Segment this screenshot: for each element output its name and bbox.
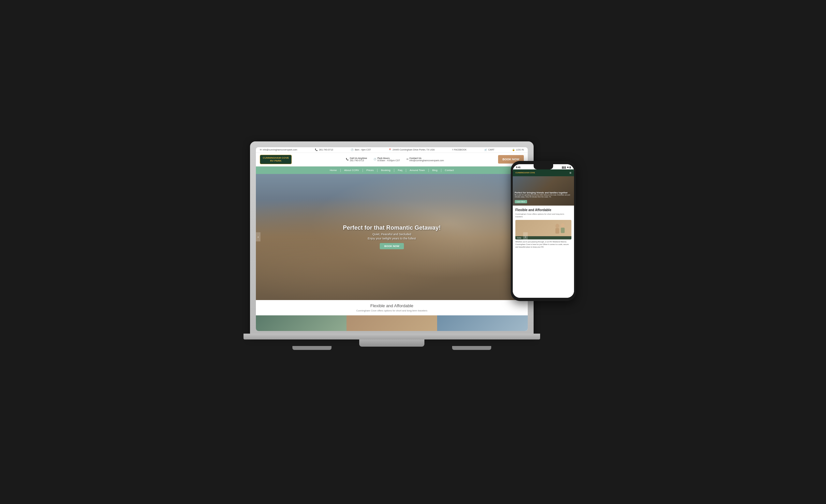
cart-link[interactable]: 🛒 CART: [484, 148, 494, 151]
svg-rect-1: [555, 229, 559, 234]
email-icon2: ✉: [407, 158, 408, 161]
contact-info: ✉ Contact Us info@cunninghamcovervpark.c…: [407, 157, 444, 162]
email-icon: ✉: [260, 148, 262, 151]
hero-subtitle1: Quiet, Peaceful and Secluded: [343, 233, 441, 236]
scene: ✉ info@cunninghamcovervpark.com 📞 281-74…: [250, 141, 576, 363]
nav-contact[interactable]: Contact: [442, 169, 457, 172]
phone-icon: 📞: [315, 148, 318, 151]
header-contact-info: 📞 Call Us Anytime 281-740-0713 🕐: [346, 157, 444, 162]
phone-text: 281-740-0713: [319, 148, 333, 151]
phone-icon2: 📞: [346, 158, 349, 161]
iphone-logo[interactable]: CUNNINGHAM COVE: [515, 172, 535, 174]
iphone-notch: [534, 164, 553, 170]
logo[interactable]: CUNNINGHAM COVE RV PARK: [260, 155, 292, 164]
flexible-section: Flexible and Affordable Cunningham Cove …: [256, 300, 528, 315]
cards-row: [256, 315, 528, 331]
hero-title: Perfect for that Romantic Getaway!: [343, 225, 441, 231]
macbook-body: ✉ info@cunninghamcovervpark.com 📞 281-74…: [250, 141, 534, 337]
contact-email: info@cunninghamcovervpark.com: [409, 159, 444, 162]
login-text: LOG IN: [516, 148, 524, 151]
hero-content: Perfect for that Romantic Getaway! Quiet…: [343, 225, 441, 249]
battery-icon: ▮: [570, 166, 571, 169]
site-header: CUNNINGHAM COVE RV PARK 📞 Call Us Anytim…: [256, 153, 528, 167]
wifi-icon: ≋: [567, 166, 569, 169]
nav-blog[interactable]: Blog: [429, 169, 441, 172]
iphone-screen: 9:41 ▌▌▌ ≋ ▮ CUNNINGHAM COVE ≡ Perfect f…: [513, 164, 574, 298]
hero-section: ‹ Perfect for that Romantic Getaway! Qui…: [256, 174, 528, 300]
contact-label: Contact Us: [409, 157, 444, 159]
nav-faq[interactable]: Faq: [395, 169, 406, 172]
people-silhouette-icon: [552, 222, 568, 237]
iphone-hero: Perfect for bringing friends and familie…: [513, 176, 574, 205]
clock-icon2: 🕐: [373, 158, 376, 161]
iphone-hero-title: Perfect for bringing friends and familie…: [515, 192, 572, 194]
park-hours-info: 🕐 Park Hours 8:00am - 4:00pm CST: [373, 157, 400, 162]
iphone-hero-subtitle: Be a part of a growing community while b…: [515, 194, 572, 198]
park-hours-label: Park Hours: [377, 157, 400, 159]
macbook-foot-right: [452, 346, 491, 350]
logo-line1: CUNNINGHAM COVE: [263, 156, 289, 160]
flexible-subtitle: Cunningham Cove offers options for short…: [259, 309, 525, 312]
flexible-title: Flexible and Affordable: [259, 303, 525, 308]
svg-rect-3: [561, 228, 565, 233]
address-text: 24445 Cunningham Drive Porter, TX USA: [393, 148, 434, 151]
clock-icon: 🕐: [351, 148, 354, 151]
hours-text: 8am - 4pm CST: [355, 148, 371, 151]
logo-line2: RV PARK: [263, 159, 289, 163]
location-icon: 📍: [389, 148, 392, 151]
email-info: ✉ info@cunninghamcovervpark.com: [260, 148, 297, 151]
website: ✉ info@cunninghamcovervpark.com 📞 281-74…: [256, 147, 528, 331]
macbook-screen-bezel: ✉ info@cunninghamcovervpark.com 📞 281-74…: [256, 147, 528, 331]
card-1[interactable]: [256, 315, 347, 331]
top-bar: ✉ info@cunninghamcovervpark.com 📞 281-74…: [256, 147, 528, 153]
iphone-flex-title: Flexible and Affordable: [515, 208, 572, 212]
iphone-content: Flexible and Affordable Cunningham Cove …: [513, 205, 574, 298]
hero-prev-button[interactable]: ‹: [256, 232, 260, 241]
nav-prices[interactable]: Prices: [363, 169, 377, 172]
email-text: info@cunninghamcovervpark.com: [263, 148, 297, 151]
macbook-bottom-bar: [243, 334, 540, 339]
facebook-text: FACEBOOK: [454, 148, 467, 151]
cart-text: CART: [488, 148, 494, 151]
hero-next-button[interactable]: ›: [523, 232, 528, 241]
iphone-menu-button[interactable]: ≡: [570, 171, 572, 175]
nav-around-town[interactable]: Around Town: [407, 169, 428, 172]
hours-info: 🕐 8am - 4pm CST: [351, 148, 371, 151]
iphone-signal-area: ▌▌▌ ≋ ▮: [562, 166, 571, 169]
iphone-device: 9:41 ▌▌▌ ≋ ▮ CUNNINGHAM COVE ≡ Perfect f…: [511, 161, 576, 301]
nav-home[interactable]: Home: [327, 169, 340, 172]
call-number: 281-740-0713: [350, 159, 367, 162]
call-info: 📞 Call Us Anytime 281-740-0713: [346, 157, 367, 162]
macbook-base: [359, 339, 424, 346]
iphone-time: 9:41: [516, 166, 521, 169]
facebook-link[interactable]: f FACEBOOK: [453, 148, 466, 151]
iphone-daily-text: Whether you're just passing through, or …: [515, 241, 572, 248]
hero-subtitle2: Enjoy your twilight years to the fullest: [343, 237, 441, 240]
iphone-learn-more-button[interactable]: Learn More: [515, 200, 527, 203]
address-info: 📍 24445 Cunningham Drive Porter, TX USA: [389, 148, 434, 151]
macbook-foot-left: [292, 346, 332, 350]
header-row1: 📞 Call Us Anytime 281-740-0713 🕐: [346, 157, 444, 162]
nav-about[interactable]: About CCRV: [341, 169, 362, 172]
park-hours: 8:00am - 4:00pm CST: [377, 159, 400, 162]
card-3[interactable]: [437, 315, 528, 331]
phone-info: 📞 281-740-0713: [315, 148, 333, 151]
call-label: Call Us Anytime: [350, 157, 367, 159]
card-2[interactable]: [347, 315, 437, 331]
nav-booking[interactable]: Booking: [378, 169, 394, 172]
lock-icon: 🔒: [512, 148, 515, 151]
cart-icon: 🛒: [484, 148, 487, 151]
signal-bars-icon: ▌▌▌: [562, 167, 566, 169]
hero-book-now-button[interactable]: BOOK NOW: [380, 243, 404, 249]
svg-point-2: [561, 224, 565, 228]
login-link[interactable]: 🔒 LOG IN: [512, 148, 524, 151]
macbook-device: ✉ info@cunninghamcovervpark.com 📞 281-74…: [250, 141, 534, 357]
svg-point-0: [555, 224, 559, 228]
iphone-flex-sub: Cunningham Cove offers options for short…: [515, 213, 572, 218]
facebook-icon: f: [453, 148, 453, 151]
navigation-bar: Home | About CCRV | Prices | Booking | F…: [256, 167, 528, 174]
iphone-header: CUNNINGHAM COVE ≡: [513, 170, 574, 176]
